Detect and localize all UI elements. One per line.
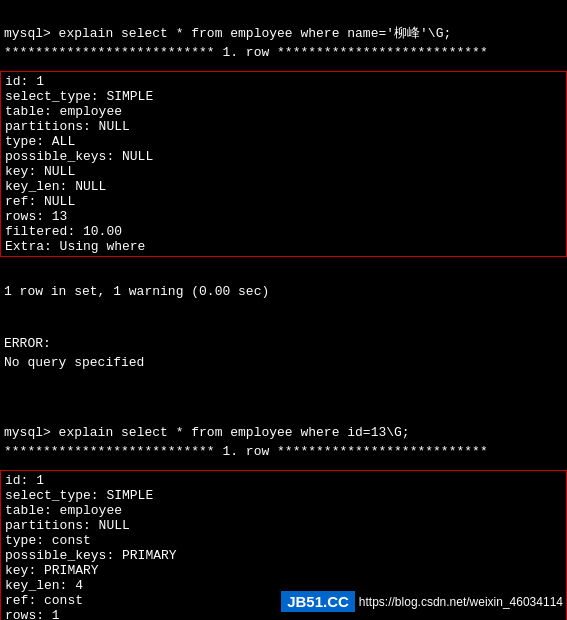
footer-1: 1 row in set, 1 warning (0.00 sec)	[4, 284, 269, 299]
result2-type: type: const	[5, 533, 562, 548]
result1-rows: rows: 13	[5, 209, 562, 224]
result1-table: table: employee	[5, 104, 562, 119]
prompt-line-2: mysql> explain select * from employee wh…	[4, 425, 410, 440]
result1-id: id: 1	[5, 74, 562, 89]
footer-1-block: 1 row in set, 1 warning (0.00 sec)	[0, 259, 567, 309]
prompt-1: mysql>	[4, 26, 51, 41]
result2-key: key: PRIMARY	[5, 563, 562, 578]
result1-type: type: ALL	[5, 134, 562, 149]
prompt-line-1: mysql> explain select * from employee wh…	[4, 26, 451, 41]
watermark-container: JB51.CC https://blog.csdn.net/weixin_460…	[281, 591, 563, 612]
result1-ref: ref: NULL	[5, 194, 562, 209]
result2-table: table: employee	[5, 503, 562, 518]
result2-possible-keys: possible_keys: PRIMARY	[5, 548, 562, 563]
result1-key-len: key_len: NULL	[5, 179, 562, 194]
result2-id: id: 1	[5, 473, 562, 488]
result1-partitions: partitions: NULL	[5, 119, 562, 134]
result-box-1: id: 1select_type: SIMPLE table: employee…	[0, 71, 567, 257]
error-block-1: ERROR: No query specified	[0, 310, 567, 379]
result1-filtered: filtered: 10.00	[5, 224, 562, 239]
command-1: explain select * from employee where nam…	[51, 26, 451, 41]
separator-line-2: *************************** 1. row *****…	[4, 444, 488, 459]
separator-line-1: *************************** 1. row *****…	[4, 45, 488, 60]
result2-partitions: partitions: NULL	[5, 518, 562, 533]
watermark-url: https://blog.csdn.net/weixin_46034114	[359, 595, 563, 609]
result1-select-type: select_type: SIMPLE	[5, 89, 562, 104]
error1-label: ERROR:	[4, 336, 51, 351]
command-2: explain select * from employee where id=…	[51, 425, 410, 440]
result2-select-type: select_type: SIMPLE	[5, 488, 562, 503]
result1-possible-keys: possible_keys: NULL	[5, 149, 562, 164]
result1-extra: Extra: Using where	[5, 239, 562, 254]
error1-msg: No query specified	[4, 355, 144, 370]
terminal-output: mysql> explain select * from employee wh…	[0, 0, 567, 69]
prompt-2: mysql>	[4, 425, 51, 440]
watermark-badge: JB51.CC	[281, 591, 355, 612]
result1-key: key: NULL	[5, 164, 562, 179]
terminal-output-2: mysql> explain select * from employee wh…	[0, 381, 567, 468]
